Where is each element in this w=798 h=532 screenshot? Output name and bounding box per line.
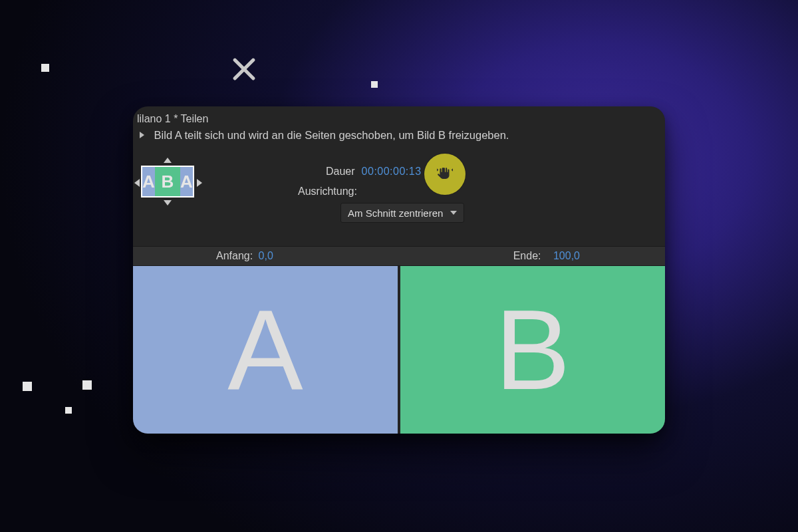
settings-area: A B A Dauer 00:00:00:13 Ausrichtung: Am …	[133, 159, 665, 249]
effect-controls-panel: lilano 1 * Teilen Bild A teilt sich und …	[133, 106, 665, 434]
effect-description-text: Bild A teilt sich und wird an die Seiten…	[154, 129, 509, 141]
alignment-select[interactable]: Am Schnitt zentrieren	[340, 203, 464, 223]
range-bar: Anfang: 0,0 Ende: 100,0	[133, 246, 665, 266]
thumb-a: A	[142, 167, 155, 196]
panel-title: lilano 1 * Teilen	[137, 113, 660, 129]
grab-cursor-icon	[436, 166, 454, 183]
preview-frame-b: B	[400, 266, 665, 434]
preview-letter-b: B	[495, 293, 570, 406]
preview-frame-a: A	[133, 266, 400, 434]
bg-square	[23, 382, 32, 391]
preview-letter-a: A	[227, 293, 303, 406]
bg-square	[371, 81, 378, 88]
alignment-label: Ausrichtung:	[298, 186, 357, 198]
arrow-left-icon	[134, 179, 140, 187]
arrow-right-icon	[197, 179, 202, 187]
end-value[interactable]: 100,0	[553, 250, 580, 261]
cursor-highlight	[424, 154, 466, 195]
duration-label: Dauer	[326, 166, 355, 178]
start-value[interactable]: 0,0	[259, 250, 273, 261]
thumb-a-right: A	[180, 167, 193, 196]
close-icon[interactable]	[229, 55, 259, 84]
arrow-up-icon	[164, 158, 172, 163]
disclosure-triangle-icon[interactable]	[140, 132, 144, 138]
alignment-select-value: Am Schnitt zentrieren	[348, 207, 443, 219]
bg-square	[82, 380, 92, 390]
thumb-b: B	[155, 167, 180, 196]
transition-preview: A B	[133, 266, 665, 434]
duration-value[interactable]: 00:00:00:13	[362, 166, 422, 178]
end-label: Ende:	[513, 250, 541, 261]
bg-square	[65, 407, 72, 414]
arrow-down-icon	[164, 200, 172, 205]
effect-description-row[interactable]: Bild A teilt sich und wird an die Seiten…	[137, 129, 660, 142]
chevron-down-icon	[450, 211, 457, 215]
bg-square	[41, 64, 49, 72]
start-label: Anfang:	[216, 250, 253, 261]
transition-thumbnail: A B A	[136, 158, 209, 216]
